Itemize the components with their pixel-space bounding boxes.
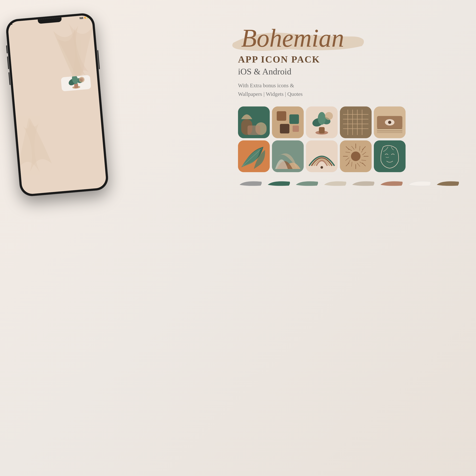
phone-outer: ▲ ▋▋▋ 📶 🔋 WED 16 DECEMBER SMTWTFS — [5, 12, 109, 197]
color-swatches — [238, 178, 460, 187]
showcase-sun — [340, 140, 372, 172]
showcase-rectangle — [374, 106, 406, 138]
swatch-beige — [351, 178, 376, 187]
showcase-waves — [272, 140, 304, 172]
battery-icon: 🔋 — [87, 17, 89, 18]
wifi-icon: 📶 — [84, 17, 86, 19]
svg-point-75 — [325, 112, 333, 120]
svg-rect-66 — [289, 114, 299, 124]
bohemian-title: Bohemian — [238, 25, 460, 51]
swatch-brown — [435, 178, 460, 187]
svg-rect-120 — [374, 140, 406, 172]
svg-rect-76 — [340, 106, 372, 138]
swatch-dark-green — [266, 178, 291, 187]
svg-point-99 — [351, 152, 360, 161]
swatch-light-beige — [323, 178, 348, 187]
swatch-terracotta — [379, 178, 404, 187]
svg-rect-65 — [277, 111, 286, 121]
showcase-arches — [238, 106, 270, 138]
svg-point-74 — [318, 112, 326, 125]
svg-rect-67 — [280, 124, 289, 134]
showcase-grid — [340, 106, 372, 138]
right-content: Bohemian APP ICON PACK iOS & Android Wit… — [238, 16, 460, 187]
showcase-leaves — [238, 140, 270, 172]
status-location-icon: ▲ — [11, 23, 13, 25]
plant-widget — [61, 75, 91, 91]
icon-showcase — [238, 106, 460, 172]
showcase-squares — [272, 106, 304, 138]
bonus-text: With Extra bonus icons & Wallpapers | Wi… — [238, 81, 460, 99]
swatch-gray — [238, 178, 263, 187]
showcase-rainbow — [306, 140, 338, 172]
svg-rect-71 — [319, 127, 325, 134]
svg-rect-68 — [293, 125, 299, 132]
phone-mockup: ▲ ▋▋▋ 📶 🔋 WED 16 DECEMBER SMTWTFS — [13, 16, 111, 194]
svg-point-97 — [321, 166, 323, 169]
svg-rect-63 — [248, 125, 260, 135]
showcase-plant — [306, 106, 338, 138]
phone-screen: ▲ ▋▋▋ 📶 🔋 WED 16 DECEMBER SMTWTFS — [7, 15, 107, 195]
svg-point-88 — [388, 121, 391, 124]
swatch-sage — [294, 178, 319, 187]
signal-icon: ▋▋▋ — [80, 17, 84, 19]
swatch-cream — [407, 178, 432, 187]
platform-label: iOS & Android — [238, 67, 460, 76]
showcase-face — [374, 140, 406, 172]
